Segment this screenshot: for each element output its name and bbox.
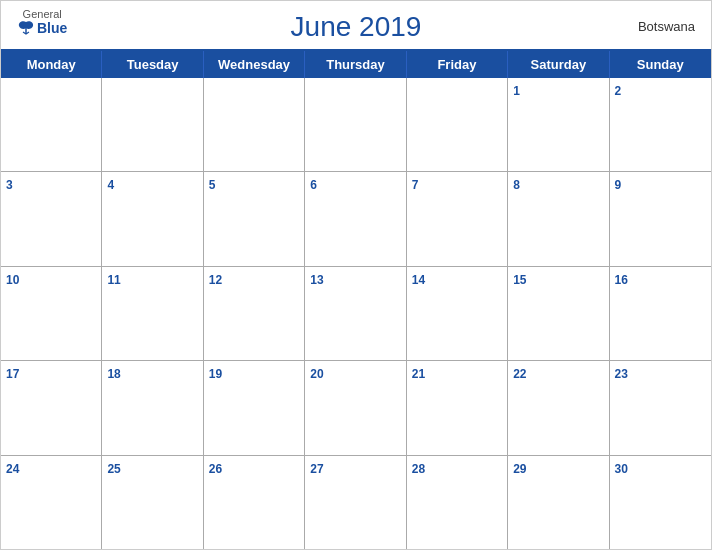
day-cell: 5 [204, 172, 305, 265]
day-cell: 23 [610, 361, 711, 454]
week-row-3: 10111213141516 [1, 267, 711, 361]
day-number: 28 [412, 462, 425, 476]
day-cell: 16 [610, 267, 711, 360]
day-number: 5 [209, 178, 216, 192]
week-row-4: 17181920212223 [1, 361, 711, 455]
day-cell: 22 [508, 361, 609, 454]
day-number: 9 [615, 178, 622, 192]
day-cell: 17 [1, 361, 102, 454]
day-header-thursday: Thursday [305, 51, 406, 78]
day-number: 29 [513, 462, 526, 476]
logo: General Blue [17, 9, 67, 36]
day-number: 21 [412, 367, 425, 381]
day-cell: 26 [204, 456, 305, 549]
day-cell: 4 [102, 172, 203, 265]
day-cell: 6 [305, 172, 406, 265]
day-cell: 9 [610, 172, 711, 265]
day-number: 25 [107, 462, 120, 476]
day-header-saturday: Saturday [508, 51, 609, 78]
country-label: Botswana [638, 19, 695, 34]
day-number: 13 [310, 273, 323, 287]
day-cell: 1 [508, 78, 609, 171]
day-number: 20 [310, 367, 323, 381]
day-number: 17 [6, 367, 19, 381]
day-cell: 27 [305, 456, 406, 549]
day-number: 18 [107, 367, 120, 381]
day-headers-row: MondayTuesdayWednesdayThursdayFridaySatu… [1, 51, 711, 78]
day-number: 16 [615, 273, 628, 287]
day-cell [102, 78, 203, 171]
logo-general: General [23, 9, 62, 20]
day-cell: 21 [407, 361, 508, 454]
day-number: 30 [615, 462, 628, 476]
day-number: 23 [615, 367, 628, 381]
week-row-2: 3456789 [1, 172, 711, 266]
day-number: 12 [209, 273, 222, 287]
day-cell: 25 [102, 456, 203, 549]
day-cell: 24 [1, 456, 102, 549]
day-number: 19 [209, 367, 222, 381]
day-header-monday: Monday [1, 51, 102, 78]
day-cell: 2 [610, 78, 711, 171]
day-number: 8 [513, 178, 520, 192]
day-number: 24 [6, 462, 19, 476]
day-number: 2 [615, 84, 622, 98]
day-cell: 8 [508, 172, 609, 265]
weeks-container: 1234567891011121314151617181920212223242… [1, 78, 711, 549]
day-cell [305, 78, 406, 171]
day-number: 4 [107, 178, 114, 192]
day-cell [204, 78, 305, 171]
logo-bird-icon [17, 20, 35, 36]
day-cell: 20 [305, 361, 406, 454]
week-row-5: 24252627282930 [1, 456, 711, 549]
day-header-friday: Friday [407, 51, 508, 78]
day-cell: 3 [1, 172, 102, 265]
day-cell: 30 [610, 456, 711, 549]
day-cell: 18 [102, 361, 203, 454]
day-header-sunday: Sunday [610, 51, 711, 78]
calendar-grid: MondayTuesdayWednesdayThursdayFridaySatu… [1, 49, 711, 549]
day-cell: 29 [508, 456, 609, 549]
day-number: 3 [6, 178, 13, 192]
day-number: 26 [209, 462, 222, 476]
day-cell: 13 [305, 267, 406, 360]
day-number: 10 [6, 273, 19, 287]
day-cell: 15 [508, 267, 609, 360]
day-number: 11 [107, 273, 120, 287]
logo-blue: Blue [17, 20, 67, 36]
day-number: 1 [513, 84, 520, 98]
day-cell: 11 [102, 267, 203, 360]
day-number: 22 [513, 367, 526, 381]
day-header-tuesday: Tuesday [102, 51, 203, 78]
day-number: 15 [513, 273, 526, 287]
day-number: 6 [310, 178, 317, 192]
calendar-title: June 2019 [291, 11, 422, 43]
day-cell [407, 78, 508, 171]
calendar: General Blue June 2019 Botswana MondayTu… [0, 0, 712, 550]
day-header-wednesday: Wednesday [204, 51, 305, 78]
day-cell: 19 [204, 361, 305, 454]
day-cell: 28 [407, 456, 508, 549]
day-cell: 10 [1, 267, 102, 360]
week-row-1: 12 [1, 78, 711, 172]
day-cell: 7 [407, 172, 508, 265]
day-number: 14 [412, 273, 425, 287]
day-cell: 14 [407, 267, 508, 360]
day-cell [1, 78, 102, 171]
day-number: 27 [310, 462, 323, 476]
calendar-header: General Blue June 2019 Botswana [1, 1, 711, 49]
day-number: 7 [412, 178, 419, 192]
day-cell: 12 [204, 267, 305, 360]
